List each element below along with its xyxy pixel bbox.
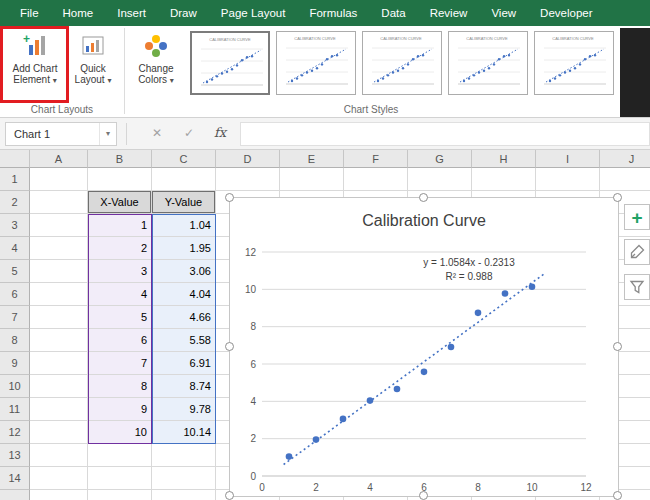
column-header-D[interactable]: D (216, 150, 280, 168)
cell-B5[interactable]: 3 (88, 260, 152, 283)
row-header-3[interactable]: 3 (0, 214, 30, 237)
cell-C5[interactable]: 3.06 (152, 260, 216, 283)
cell-B15[interactable] (88, 490, 152, 500)
chart-style-thumbnail-3[interactable]: CALIBRATION CURVE (362, 31, 442, 95)
add-chart-element-button[interactable]: + Add Chart Element ▾ (5, 30, 65, 100)
ribbon-tab-data[interactable]: Data (369, 0, 417, 26)
column-header-F[interactable]: F (344, 150, 408, 168)
cell-C7[interactable]: 4.66 (152, 306, 216, 329)
cell-C15[interactable] (152, 490, 216, 500)
row-header-14[interactable]: 14 (0, 467, 30, 490)
insert-function-icon[interactable]: fx (214, 125, 226, 140)
cell-A5[interactable] (30, 260, 88, 283)
cell-B4[interactable]: 2 (88, 237, 152, 260)
row-header-4[interactable]: 4 (0, 237, 30, 260)
ribbon-tab-view[interactable]: View (479, 0, 528, 26)
row-header-5[interactable]: 5 (0, 260, 30, 283)
cell-B3[interactable]: 1 (88, 214, 152, 237)
cell-B1[interactable] (88, 168, 152, 191)
chart-style-thumbnail-4[interactable]: CALIBRATION CURVE (448, 31, 528, 95)
cell-G1[interactable] (408, 168, 472, 191)
column-header-J[interactable]: J (600, 150, 650, 168)
cell-A7[interactable] (30, 306, 88, 329)
cell-I1[interactable] (536, 168, 600, 191)
column-header-I[interactable]: I (536, 150, 600, 168)
cell-J1[interactable] (600, 168, 650, 191)
row-header-10[interactable]: 10 (0, 375, 30, 398)
cell-A6[interactable] (30, 283, 88, 306)
name-box[interactable]: Chart 1 ▾ (5, 122, 117, 146)
cell-D1[interactable] (216, 168, 280, 191)
chart-title[interactable]: Calibration Curve (230, 212, 618, 230)
ribbon-tab-draw[interactable]: Draw (158, 0, 209, 26)
cell-A10[interactable] (30, 375, 88, 398)
cell-C4[interactable]: 1.95 (152, 237, 216, 260)
cell-A8[interactable] (30, 329, 88, 352)
cell-A4[interactable] (30, 237, 88, 260)
ribbon-tab-formulas[interactable]: Formulas (297, 0, 369, 26)
chart-plot[interactable]: 024681012024681012y = 1.0584x - 0.2313R²… (236, 236, 612, 498)
cell-E1[interactable] (280, 168, 344, 191)
formula-input[interactable] (240, 122, 650, 146)
row-header-9[interactable]: 9 (0, 352, 30, 375)
cell-B10[interactable]: 8 (88, 375, 152, 398)
cell-C13[interactable] (152, 444, 216, 467)
row-header-8[interactable]: 8 (0, 329, 30, 352)
cell-B14[interactable] (88, 467, 152, 490)
cell-C12[interactable]: 10.14 (152, 421, 216, 444)
cell-C11[interactable]: 9.78 (152, 398, 216, 421)
chart-resize-handle[interactable] (613, 491, 622, 500)
ribbon-tab-review[interactable]: Review (418, 0, 480, 26)
chart-resize-handle[interactable] (225, 491, 234, 500)
chart-resize-handle[interactable] (613, 342, 622, 351)
chart-resize-handle[interactable] (419, 193, 428, 202)
cell-B7[interactable]: 5 (88, 306, 152, 329)
column-header-B[interactable]: B (88, 150, 152, 168)
cell-C10[interactable]: 8.74 (152, 375, 216, 398)
row-header-15[interactable] (0, 490, 30, 500)
cell-B12[interactable]: 10 (88, 421, 152, 444)
cell-A1[interactable] (30, 168, 88, 191)
row-header-13[interactable]: 13 (0, 444, 30, 467)
ribbon-tab-insert[interactable]: Insert (105, 0, 158, 26)
cell-B6[interactable]: 4 (88, 283, 152, 306)
ribbon-tab-file[interactable]: File (8, 0, 51, 26)
chart-elements-button[interactable]: + (624, 204, 650, 230)
ribbon-tab-page-layout[interactable]: Page Layout (209, 0, 298, 26)
cell-C9[interactable]: 6.91 (152, 352, 216, 375)
cell-A14[interactable] (30, 467, 88, 490)
select-all-corner[interactable] (0, 150, 30, 168)
cell-C8[interactable]: 5.58 (152, 329, 216, 352)
cell-A2[interactable] (30, 191, 88, 214)
cell-C1[interactable] (152, 168, 216, 191)
cell-F1[interactable] (344, 168, 408, 191)
cell-C14[interactable] (152, 467, 216, 490)
cell-B9[interactable]: 7 (88, 352, 152, 375)
cell-A12[interactable] (30, 421, 88, 444)
quick-layout-button[interactable]: Quick Layout ▾ (66, 30, 120, 100)
row-header-6[interactable]: 6 (0, 283, 30, 306)
cell-B2[interactable]: X-Value (88, 191, 152, 214)
column-header-E[interactable]: E (280, 150, 344, 168)
cell-A11[interactable] (30, 398, 88, 421)
chart-resize-handle[interactable] (419, 491, 428, 500)
column-header-G[interactable]: G (408, 150, 472, 168)
cell-C3[interactable]: 1.04 (152, 214, 216, 237)
cell-A15[interactable] (30, 490, 88, 500)
ribbon-tab-home[interactable]: Home (51, 0, 106, 26)
column-header-A[interactable]: A (30, 150, 88, 168)
chart-resize-handle[interactable] (613, 193, 622, 202)
chart-resize-handle[interactable] (225, 193, 234, 202)
cell-A3[interactable] (30, 214, 88, 237)
chart-style-thumbnail-1[interactable]: CALIBRATION CURVE (190, 31, 270, 95)
name-box-dropdown-icon[interactable]: ▾ (99, 123, 116, 145)
chart-styles-button[interactable] (624, 239, 650, 265)
chart-style-thumbnail-5[interactable]: CALIBRATION CURVE (534, 31, 614, 95)
row-header-7[interactable]: 7 (0, 306, 30, 329)
cell-H1[interactable] (472, 168, 536, 191)
chart-object[interactable]: Calibration Curve 024681012024681012y = … (229, 197, 619, 497)
ribbon-tab-developer[interactable]: Developer (528, 0, 604, 26)
row-header-1[interactable]: 1 (0, 168, 30, 191)
column-header-C[interactable]: C (152, 150, 216, 168)
column-header-H[interactable]: H (472, 150, 536, 168)
